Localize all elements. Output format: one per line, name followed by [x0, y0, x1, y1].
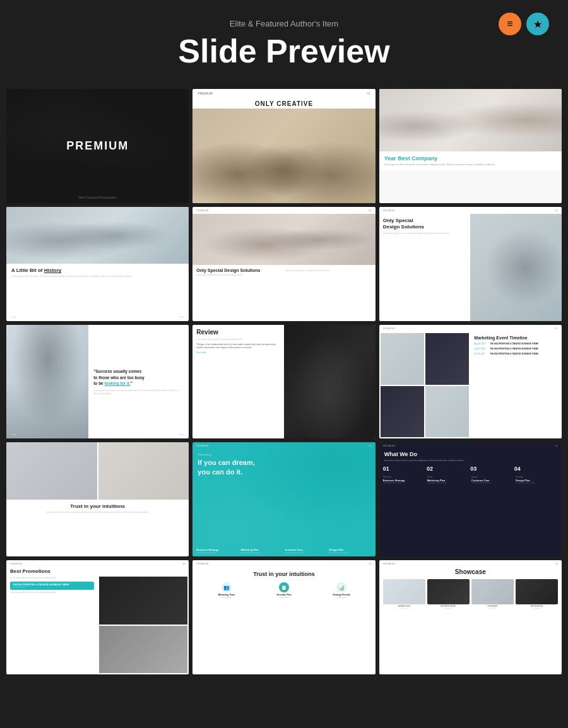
- slide-6-label: PREMIUM: [383, 209, 395, 212]
- slide-14-sub-2: Lorem ipsum: [256, 596, 311, 599]
- slide-3[interactable]: Year Best Company Lorem ipsum dolor sit …: [379, 89, 562, 203]
- slide-2-title: ONLY CREATIVE: [192, 98, 375, 109]
- badge-teal[interactable]: ★: [526, 13, 549, 35]
- slide-8-text: Lorem ipsum dolor sit amet, consectetur …: [196, 338, 280, 341]
- slide-12-subtitle: Lorem ipsum dolor sit amet, consectetur …: [379, 459, 562, 464]
- slide-8-person: [284, 325, 376, 439]
- slide-12-nav: 01: [555, 444, 558, 447]
- slide-5-photo: [192, 214, 375, 265]
- slide-15-nav: 01: [555, 562, 558, 565]
- slide-15[interactable]: PREMIUM 01 Showcase URBAN RUGS Applicati…: [379, 560, 562, 674]
- slide-10-photo-left: [6, 442, 97, 499]
- slide-12-num-4: 04: [514, 466, 558, 472]
- slide-5-content: Only Special Design Solutions Lorem ipsu…: [192, 265, 375, 280]
- slide-9-photo-4: [425, 386, 469, 438]
- slide-10-photos: [6, 442, 189, 499]
- slide-9-timeline-3: Oct 20, 2017 THE MULTIPURPOSE & CREATIVE…: [474, 353, 558, 355]
- slide-6-main: Only SpecialDesign Solutions Lorem ipsum…: [379, 214, 562, 321]
- slide-14-label: PREMIUM: [196, 562, 208, 565]
- slide-2-photo: [192, 109, 375, 203]
- slide-12-items: Promotion Business Strategy Lorem ipsum …: [379, 474, 562, 487]
- slide-14-icon-1: 👥: [222, 582, 232, 592]
- slide-11-title: If you can dream,you can do it.: [192, 456, 375, 478]
- slide-13[interactable]: PREMIUM 01 Best Promotions Lorem ipsum d…: [6, 560, 189, 674]
- slide-8-photo: [284, 325, 376, 439]
- slide-4-footer-left: Slide: [11, 316, 16, 319]
- slide-9-content-3: THE MULTIPURPOSE & CREATIVE BUSINESS THE…: [490, 353, 538, 355]
- slide-11-items: Business Strategy Lorem ipsum dolor sit …: [192, 545, 375, 557]
- slide-14-icon-3: 📊: [336, 582, 346, 592]
- slide-5-label: PREMIUM: [196, 209, 208, 212]
- slide-8-title: Review: [196, 329, 280, 336]
- slide-13-text: Lorem ipsum dolor sit amet, consectetur …: [10, 577, 94, 580]
- badges-container: ≡ ★: [499, 13, 549, 35]
- slide-9-photo-1: [381, 333, 424, 385]
- slide-9-timeline-2: July 22, 2017 THE MULTIPURPOSE & CREATIV…: [474, 348, 558, 350]
- slide-13-grey: Lorem ipsum dolor sit amet, consectetur …: [10, 591, 94, 594]
- slide-4-title: A Little Bit of History: [11, 267, 184, 273]
- slide-10[interactable]: Trust in your intuitions Lorem ipsum dol…: [6, 442, 189, 556]
- slide-15-row: URBAN RUGS Application INTERIOR WORK App…: [379, 577, 562, 612]
- slide-15-sublabel-3: Application: [471, 608, 514, 609]
- slide-9-title: Marketing Event Timeline: [474, 336, 558, 340]
- slides-grid: PREMIUM Start Creative Presentation PREM…: [0, 83, 568, 687]
- slide-14[interactable]: PREMIUM 01 Trust in your intuitions 👥 Ma…: [192, 560, 375, 674]
- slide-8[interactable]: Review Lorem ipsum dolor sit amet, conse…: [192, 325, 375, 439]
- slide-9-date-1: Aug 28, 2017: [474, 343, 488, 345]
- slide-12-num-3: 03: [470, 466, 514, 472]
- slide-13-header: PREMIUM 01: [6, 560, 189, 567]
- slide-14-sub-1: Lorem ipsum: [199, 596, 254, 599]
- slide-11-item-1: Business Strategy Lorem ipsum dolor sit …: [196, 548, 239, 555]
- header-subtitle: Elite & Featured Author's Item: [0, 19, 568, 28]
- slide-11-nav: 01: [369, 444, 371, 447]
- badge-orange[interactable]: ≡: [499, 13, 521, 35]
- slide-11[interactable]: PREMIUM 01 Powered by: If you can dream,…: [192, 442, 375, 556]
- slide-6-header: PREMIUM 01: [379, 207, 562, 214]
- slide-12-item-1: Promotion Business Strategy Lorem ipsum …: [383, 476, 425, 484]
- slide-6-person: [470, 214, 562, 321]
- slide-9-timeline-1: Aug 28, 2017 THE MULTIPURPOSE & CREATIVE…: [474, 343, 558, 345]
- slide-10-text: Lorem ipsum dolor sit amet, consectetur …: [11, 511, 184, 514]
- slide-10-photo-right: [98, 442, 189, 499]
- slide-5-text2: Sed do eiusmod tempor incididunt ut labo…: [285, 269, 372, 273]
- slide-13-card-text: Lorem ipsum dolor: [13, 586, 92, 588]
- slide-15-item-4: APPLICATION Application: [516, 579, 558, 609]
- slide-9-photo-2: [425, 333, 469, 385]
- slide-14-item-2: 📋 Describe Plan Lorem ipsum: [256, 582, 311, 599]
- slide-15-photo-4: [516, 579, 558, 604]
- slide-13-photo-bottom: [99, 626, 188, 673]
- slide-9-photo-3: [381, 386, 424, 438]
- slide-1-footer: Start Creative Presentation: [6, 196, 189, 199]
- slide-3-title: Year Best Company: [384, 155, 557, 161]
- slide-15-photo-2: [427, 579, 470, 604]
- slide-10-content: Trust in your intuitions Lorem ipsum dol…: [6, 500, 189, 518]
- slide-7-quote: "Success usually comesto those who are t…: [93, 368, 184, 387]
- slide-15-item-1: URBAN RUGS Application: [383, 579, 425, 609]
- slide-1-content: PREMIUM: [66, 139, 129, 153]
- slide-12-item-2: Events Marketing Plan Lorem ipsum dolor …: [427, 476, 470, 484]
- slide-7[interactable]: "Success usually comesto those who are t…: [6, 325, 189, 439]
- slide-9[interactable]: PREMIUM 01 Marketing Event Timeline Aug …: [379, 325, 562, 439]
- slide-15-item-2: INTERIOR WORK Application: [427, 579, 470, 609]
- slide-11-item-3: Customer Care Lorem ipsum dolor sit amet: [285, 548, 327, 555]
- slide-12-num-1: 01: [383, 466, 427, 472]
- slide-1[interactable]: PREMIUM Start Creative Presentation: [6, 89, 189, 203]
- slide-2[interactable]: PREMIUM 01 ONLY CREATIVE: [192, 89, 375, 203]
- slide-6[interactable]: PREMIUM 01 Only SpecialDesign Solutions …: [379, 207, 562, 321]
- slide-5[interactable]: PREMIUM 01 Only Special Design Solutions…: [192, 207, 375, 321]
- page-header: Elite & Featured Author's Item Slide Pre…: [0, 0, 568, 83]
- slide-4-photo: [6, 207, 189, 264]
- slide-5-people: [192, 214, 375, 265]
- slide-9-photos: [379, 332, 471, 439]
- slide-7-footer-right: Slide: [179, 433, 184, 436]
- slide-9-date-2: July 22, 2017: [474, 348, 488, 350]
- slide-14-title: Trust in your intuitions: [199, 571, 369, 577]
- slide-11-item-4: Design Plan Lorem ipsum dolor sit amet: [329, 548, 372, 555]
- slide-15-title: Showcase: [379, 567, 562, 577]
- slide-15-header: PREMIUM 01: [379, 560, 562, 567]
- slide-4[interactable]: A Little Bit of History Lorem ipsum dolo…: [6, 207, 189, 321]
- slide-13-left: Lorem ipsum dolor sit amet, consectetur …: [6, 575, 98, 674]
- slide-6-photo: [470, 214, 562, 321]
- slide-12[interactable]: PREMIUM 01 What We Do Lorem ipsum dolor …: [379, 442, 562, 556]
- slide-14-sub-3: Lorem ipsum: [314, 596, 369, 599]
